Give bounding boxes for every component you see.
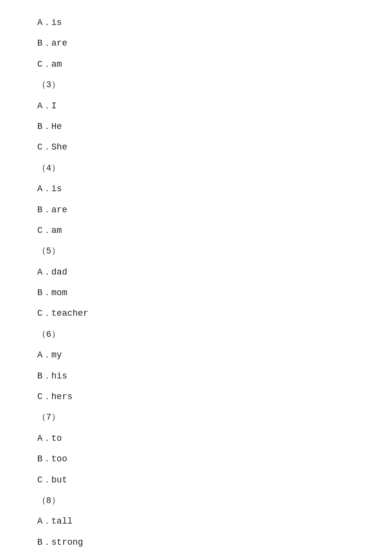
content-line-b6: B．his	[37, 368, 355, 384]
content-line-a4: A．is	[37, 181, 355, 197]
content-line-b5: B．mom	[37, 285, 355, 301]
main-content: A．isB．areC．am（3）A．IB．HeC．She（4）A．isB．are…	[0, 0, 392, 555]
content-line-q7: （7）	[37, 409, 355, 425]
content-line-a7: A．to	[37, 430, 355, 446]
content-line-b8: B．strong	[37, 534, 355, 550]
content-line-q6: （6）	[37, 327, 355, 342]
content-line-c7: C．but	[37, 472, 355, 488]
content-line-a8: A．tall	[37, 513, 355, 529]
content-line-b1: B．are	[37, 35, 355, 51]
content-line-q5: （5）	[37, 243, 355, 259]
content-line-c5: C．teacher	[37, 305, 355, 321]
content-line-a6: A．my	[37, 347, 355, 363]
content-line-a1: A．is	[37, 15, 355, 30]
content-line-a3: A．I	[37, 98, 355, 114]
content-line-q8: （8）	[37, 493, 355, 508]
content-line-b4: B．are	[37, 202, 355, 218]
content-line-c4: C．am	[37, 223, 355, 238]
content-line-c6: C．hers	[37, 389, 355, 404]
content-line-b3: B．He	[37, 119, 355, 134]
content-line-q3: （3）	[37, 77, 355, 93]
content-line-c3: C．She	[37, 139, 355, 155]
content-line-c1: C．am	[37, 56, 355, 72]
content-line-q4: （4）	[37, 160, 355, 176]
content-line-a5: A．dad	[37, 264, 355, 280]
content-line-b7: B．too	[37, 451, 355, 467]
